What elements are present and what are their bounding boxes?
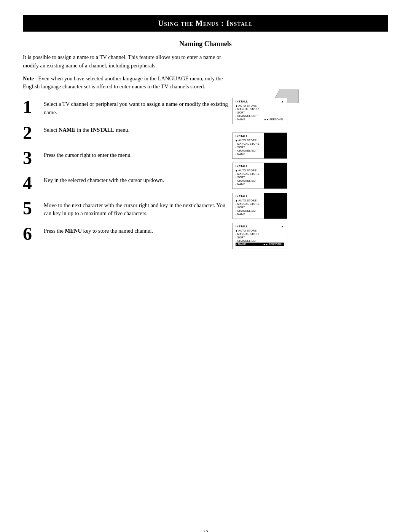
menu-title-label-2: INSTALL [236,135,248,137]
menu-item-name-5-highlighted: • NAME ◄◄ PERSONAL [236,243,284,246]
step-1-text: Select a TV channel or peripheral you wa… [44,98,228,117]
menu-item-channel-edit-2: • CHANNEL EDIT [236,149,284,152]
menu-title-label-3: INSTALL [236,165,248,168]
menu-item-manual-store-1: • MANUAL STORE [236,107,284,111]
menu-title-label-4: INSTALL [236,195,248,198]
menu-item-channel-edit-4: • CHANNEL EDIT [236,209,284,212]
menu-item-sort-4: • SORT [236,206,284,209]
menu-box-1-title: INSTALL ▲ [236,100,284,103]
step-2-number: 2 [23,124,44,142]
menu-box-2-title: INSTALL ▲ [236,135,284,137]
step-2: 2 Select NAME in the INSTALL menu. [23,124,228,142]
section-heading: Naming Channels [23,40,388,48]
menu-item-manual-store-3: • MANUAL STORE [236,172,284,176]
menu-item-channel-edit-5: • CHANNEL EDIT [236,239,284,243]
step-6-number: 6 [23,225,44,243]
step-6-text: Press the MENU key to store the named ch… [44,225,153,235]
menu-box-2: INSTALL ▲ ◆ AUTO STORE • MANUAL STORE • … [232,133,287,159]
step-3-text: Press the cursor right to enter the menu… [44,149,132,160]
menu-item-name-4: • NAME ◄◄ CNN [236,212,284,216]
page-title: Using the Menus : Install [158,19,253,27]
menu-item-manual-store-2: • MANUAL STORE [236,142,284,145]
menu-item-auto-store-5: ◆ AUTO STORE [236,229,284,232]
step-1: 1 Select a TV channel or peripheral you … [23,98,228,117]
menu-scroll-indicator: ▲ [281,100,284,103]
menu-item-manual-store-4: • MANUAL STORE [236,202,284,206]
menu-title-label-5: INSTALL [236,225,248,228]
step-5-number: 5 [23,199,44,217]
menu-item-sort-1: • SORT [236,111,284,114]
menu-box-1-container: INSTALL ▲ ◆ AUTO STORE • MANUAL STORE • … [232,98,287,128]
title-bar: Using the Menus : Install [23,15,388,32]
menu-box-3: INSTALL ▲ ◆ AUTO STORE • MANUAL STORE • … [232,163,287,189]
step-5-text: Move to the next character with the curs… [44,199,228,218]
steps-column: 1 Select a TV channel or peripheral you … [23,98,228,250]
step-6: 6 Press the MENU key to store the named … [23,225,228,243]
note-label: Note [23,75,34,81]
step-3-number: 3 [23,149,44,167]
menu-item-sort-3: • SORT [236,176,284,179]
content-row: 1 Select a TV channel or peripheral you … [23,98,388,253]
step-4-number: 4 [23,174,44,192]
note-content: : Even when you have selected another la… [23,75,223,90]
menu-scroll-indicator-5: ▲ [281,225,284,228]
menu-scroll-indicator-4: ▲ [281,195,284,198]
menu-item-auto-store-3: ◆ AUTO STORE [236,169,284,172]
menu-box-5: INSTALL ▲ ◆ AUTO STORE • MANUAL STORE • … [232,223,287,249]
menu-item-channel-edit-1: • CHANNEL EDIT [236,114,284,118]
page-container: Using the Menus : Install Naming Channel… [0,15,411,532]
menu-item-name-1: • NAME ◄◄ PERSONAL [236,118,284,121]
step-1-number: 1 [23,98,44,116]
menu-item-channel-edit-3: • CHANNEL EDIT [236,179,284,182]
menu-box-4-title: INSTALL ▲ [236,195,284,198]
menu-item-auto-store-1: ◆ AUTO STORE [236,104,284,107]
step-4-text: Key in the selected character with the c… [44,174,164,185]
step-2-text: Select NAME in the INSTALL menu. [44,124,129,134]
menu-box-4: INSTALL ▲ ◆ AUTO STORE • MANUAL STORE • … [232,193,287,219]
menu-item-name-3: • NAME ◄◄ — [236,182,284,186]
menu-item-sort-5: • SORT [236,236,284,239]
step-4: 4 Key in the selected character with the… [23,174,228,192]
menu-boxes-column: INSTALL ▲ ◆ AUTO STORE • MANUAL STORE • … [228,98,388,253]
menu-item-auto-store-2: ◆ AUTO STORE [236,139,284,142]
menu-title-label: INSTALL [236,100,248,103]
step-3: 3 Press the cursor right to enter the me… [23,149,228,167]
intro-text: It is possible to assign a name to a TV … [23,53,225,70]
menu-item-auto-store-4: ◆ AUTO STORE [236,199,284,202]
menu-scroll-indicator-2: ▲ [281,135,284,137]
menu-scroll-indicator-3: ▲ [281,165,284,168]
menu-box-5-title: INSTALL ▲ [236,225,284,228]
note-text: Note : Even when you have selected anoth… [23,75,225,91]
menu-box-3-title: INSTALL ▲ [236,165,284,168]
menu-item-name-2: • NAME ◄◄ PERSONAL [236,152,284,156]
menu-item-sort-2: • SORT [236,145,284,149]
step-5: 5 Move to the next character with the cu… [23,199,228,218]
menu-box-1: INSTALL ▲ ◆ AUTO STORE • MANUAL STORE • … [232,98,287,124]
menu-item-manual-store-5: • MANUAL STORE [236,232,284,236]
page-number: 13 [23,530,388,532]
